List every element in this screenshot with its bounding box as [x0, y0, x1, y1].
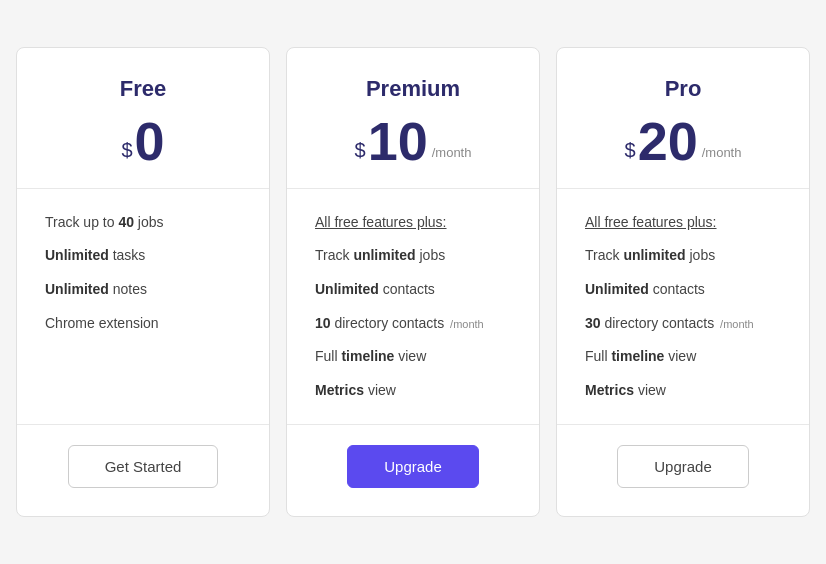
feature-item-premium-5: Metrics view	[315, 381, 511, 401]
feature-item-pro-0: All free features plus:	[585, 213, 781, 233]
feature-item-free-3: Chrome extension	[45, 314, 241, 334]
plan-features-premium: All free features plus:Track unlimited j…	[287, 189, 539, 425]
feature-item-premium-1: Track unlimited jobs	[315, 246, 511, 266]
price-dollar-free: $	[121, 139, 132, 162]
plan-features-pro: All free features plus:Track unlimited j…	[557, 189, 809, 425]
plan-card-free: Free$0Track up to 40 jobsUnlimited tasks…	[16, 47, 270, 518]
plan-price-row-free: $0	[45, 114, 241, 168]
price-period-premium: /month	[432, 145, 472, 160]
plan-card-premium: Premium$10/monthAll free features plus:T…	[286, 47, 540, 518]
feature-item-free-1: Unlimited tasks	[45, 246, 241, 266]
feature-item-premium-4: Full timeline view	[315, 347, 511, 367]
price-dollar-premium: $	[355, 139, 366, 162]
plan-footer-pro: Upgrade	[557, 424, 809, 516]
plan-card-pro: Pro$20/monthAll free features plus:Track…	[556, 47, 810, 518]
plan-features-free: Track up to 40 jobsUnlimited tasksUnlimi…	[17, 189, 269, 425]
feature-item-premium-0: All free features plus:	[315, 213, 511, 233]
price-dollar-pro: $	[625, 139, 636, 162]
plan-header-pro: Pro$20/month	[557, 48, 809, 189]
premium-button[interactable]: Upgrade	[347, 445, 479, 488]
pro-button[interactable]: Upgrade	[617, 445, 749, 488]
price-amount-pro: 20	[638, 114, 698, 168]
pricing-container: Free$0Track up to 40 jobsUnlimited tasks…	[16, 47, 810, 518]
feature-item-pro-1: Track unlimited jobs	[585, 246, 781, 266]
plan-footer-premium: Upgrade	[287, 424, 539, 516]
feature-item-free-2: Unlimited notes	[45, 280, 241, 300]
plan-name-free: Free	[45, 76, 241, 102]
feature-item-pro-3: 30 directory contacts /month	[585, 314, 781, 334]
plan-header-free: Free$0	[17, 48, 269, 189]
feature-item-pro-2: Unlimited contacts	[585, 280, 781, 300]
feature-item-pro-5: Metrics view	[585, 381, 781, 401]
feature-item-free-0: Track up to 40 jobs	[45, 213, 241, 233]
plan-name-premium: Premium	[315, 76, 511, 102]
free-button[interactable]: Get Started	[68, 445, 219, 488]
feature-item-pro-4: Full timeline view	[585, 347, 781, 367]
plan-price-row-premium: $10/month	[315, 114, 511, 168]
plan-price-row-pro: $20/month	[585, 114, 781, 168]
feature-item-premium-3: 10 directory contacts /month	[315, 314, 511, 334]
feature-item-premium-2: Unlimited contacts	[315, 280, 511, 300]
price-amount-premium: 10	[368, 114, 428, 168]
plan-name-pro: Pro	[585, 76, 781, 102]
plan-header-premium: Premium$10/month	[287, 48, 539, 189]
price-amount-free: 0	[135, 114, 165, 168]
plan-footer-free: Get Started	[17, 424, 269, 516]
price-period-pro: /month	[702, 145, 742, 160]
